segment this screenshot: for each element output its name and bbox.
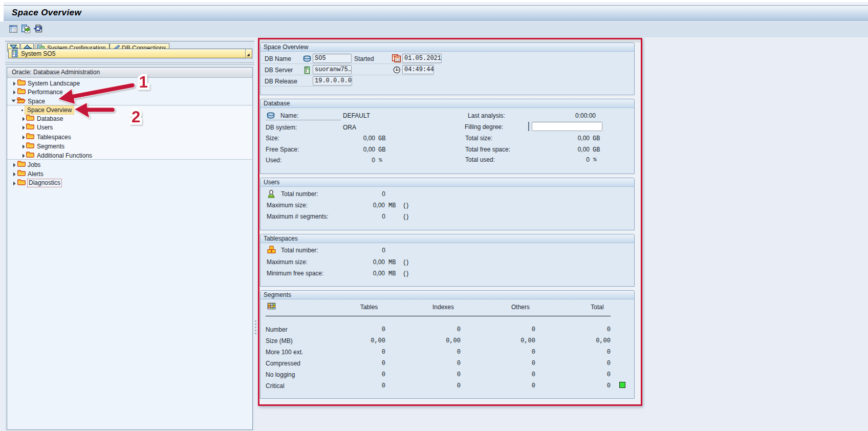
svg-text:12: 12 bbox=[396, 58, 400, 62]
